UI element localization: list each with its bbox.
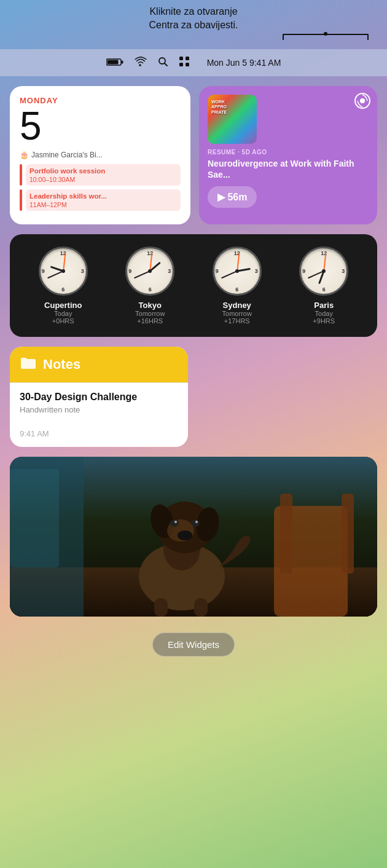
calendar-event-1: Portfolio work session 10:00–10:30AM bbox=[20, 164, 181, 186]
event-title-1: Portfolio work session bbox=[29, 167, 177, 176]
tooltip-line1: Kliknite za otvaranje bbox=[0, 5, 387, 18]
svg-rect-6 bbox=[186, 57, 189, 60]
svg-line-4 bbox=[165, 63, 167, 66]
event-bar-2 bbox=[20, 189, 22, 211]
svg-point-25 bbox=[174, 521, 177, 523]
clock-face-paris: 12 3 6 9 bbox=[299, 247, 348, 296]
birthday-name: Jasmine Garcia's Bi... bbox=[31, 151, 103, 159]
clock-offset-cupertino: +0HRS bbox=[44, 317, 82, 325]
clock-day-sydney: Tomorrow bbox=[222, 310, 252, 317]
svg-rect-7 bbox=[179, 63, 183, 66]
svg-rect-2 bbox=[121, 60, 123, 63]
clock-offset-sydney: +17HRS bbox=[222, 317, 252, 325]
podcast-title: Neurodivergence at Work with Faith Sae..… bbox=[208, 158, 369, 180]
tooltip-dot bbox=[324, 32, 327, 36]
clock-city-tokyo: Tokyo bbox=[135, 301, 165, 310]
event-bar-1 bbox=[20, 164, 22, 186]
clock-sydney: 12 3 6 9 Sydney Tomorrow +17HRS bbox=[213, 247, 262, 325]
clock-center-sydney bbox=[235, 269, 239, 273]
svg-point-24 bbox=[191, 519, 200, 527]
search-icon[interactable] bbox=[158, 57, 168, 69]
notes-note-time: 9:41 AM bbox=[20, 429, 178, 438]
clock-face-tokyo: 12 3 6 9 bbox=[125, 247, 174, 296]
calendar-event-2: Leadership skills wor... 11AM–12PM bbox=[20, 189, 181, 211]
content-area: MONDAY 5 🎂 Jasmine Garcia's Bi... Portfo… bbox=[0, 76, 387, 673]
clock-center-paris bbox=[322, 269, 326, 273]
tooltip-area: Kliknite za otvaranje Centra za obavijes… bbox=[0, 0, 387, 42]
tooltip-bracket bbox=[283, 34, 369, 40]
svg-point-26 bbox=[195, 521, 198, 523]
clock-city-cupertino: Cupertino bbox=[44, 301, 82, 310]
event-title-2: Leadership skills wor... bbox=[29, 192, 177, 201]
edit-widgets-button[interactable]: Edit Widgets bbox=[152, 633, 235, 657]
clock-center-tokyo bbox=[148, 269, 152, 273]
menu-bar: Mon Jun 5 9:41 AM bbox=[0, 49, 387, 76]
event-bg-1: Portfolio work session 10:00–10:30AM bbox=[26, 164, 181, 186]
svg-rect-1 bbox=[107, 60, 118, 64]
podcast-widget[interactable]: WORKAPPROPRIATE RESUME · 5D AGO Neurodiv… bbox=[199, 86, 377, 224]
event-time-2: 11AM–12PM bbox=[29, 201, 177, 208]
svg-rect-30 bbox=[10, 469, 59, 567]
svg-rect-27 bbox=[154, 598, 168, 617]
clock-label-sydney: Sydney Tomorrow +17HRS bbox=[222, 301, 252, 325]
svg-rect-8 bbox=[186, 63, 189, 66]
clock-label-paris: Paris Today +9HRS bbox=[313, 301, 335, 325]
notes-title: Notes bbox=[43, 357, 80, 373]
notes-folder-icon bbox=[20, 355, 37, 374]
clock-widget[interactable]: 12 3 6 9 Cupertino Today +0HRS 12 bbox=[10, 234, 377, 337]
clock-offset-tokyo: +16HRS bbox=[135, 317, 165, 325]
clock-day-tokyo: Tomorrow bbox=[135, 310, 165, 317]
clock-face-cupertino: 12 3 6 9 bbox=[39, 247, 88, 296]
clock-city-sydney: Sydney bbox=[222, 301, 252, 310]
notes-widget[interactable]: Notes 30-Day Design Challenge Handwritte… bbox=[10, 347, 188, 447]
calendar-widget[interactable]: MONDAY 5 🎂 Jasmine Garcia's Bi... Portfo… bbox=[10, 86, 190, 224]
menu-bar-datetime: Mon Jun 5 9:41 AM bbox=[207, 58, 281, 68]
menu-bar-icons: Mon Jun 5 9:41 AM bbox=[106, 56, 281, 70]
clock-city-paris: Paris bbox=[313, 301, 335, 310]
podcast-artwork: WORKAPPROPRIATE bbox=[208, 95, 257, 144]
svg-rect-5 bbox=[179, 57, 183, 60]
calendar-birthday: 🎂 Jasmine Garcia's Bi... bbox=[20, 151, 181, 159]
svg-rect-28 bbox=[194, 598, 208, 617]
edit-widgets-container: Edit Widgets bbox=[10, 626, 377, 663]
notes-note-subtitle: Handwritten note bbox=[20, 405, 178, 414]
clock-day-paris: Today bbox=[313, 310, 335, 317]
svg-point-23 bbox=[170, 519, 179, 527]
clock-offset-paris: +9HRS bbox=[313, 317, 335, 325]
battery-icon[interactable] bbox=[106, 57, 123, 69]
control-center-icon[interactable] bbox=[179, 56, 190, 70]
svg-point-22 bbox=[178, 531, 192, 540]
clock-tokyo: 12 3 6 9 Tokyo Tomorrow +16HRS bbox=[125, 247, 174, 325]
photo-placeholder bbox=[10, 457, 377, 617]
notes-body: 30-Day Design Challenge Handwritten note… bbox=[10, 382, 188, 447]
svg-point-10 bbox=[360, 98, 365, 103]
podcasts-icon bbox=[354, 92, 371, 113]
calendar-day-label: MONDAY bbox=[20, 96, 181, 105]
wifi-icon[interactable] bbox=[135, 57, 147, 69]
photo-widget[interactable] bbox=[10, 457, 377, 617]
clock-center-cupertino bbox=[61, 269, 65, 273]
podcast-play-button[interactable]: ▶ 56m bbox=[208, 186, 257, 208]
clock-cupertino: 12 3 6 9 Cupertino Today +0HRS bbox=[39, 247, 88, 325]
birthday-icon: 🎂 bbox=[20, 151, 29, 159]
clock-day-cupertino: Today bbox=[44, 310, 82, 317]
podcast-resume-label: RESUME · 5D AGO bbox=[208, 149, 369, 156]
tooltip-line2: Centra za obavijesti. bbox=[0, 18, 387, 32]
notes-note-title: 30-Day Design Challenge bbox=[20, 392, 178, 403]
event-time-1: 10:00–10:30AM bbox=[29, 176, 177, 183]
calendar-date: 5 bbox=[20, 106, 181, 146]
clock-face-sydney: 12 3 6 9 bbox=[213, 247, 262, 296]
notes-header: Notes bbox=[10, 347, 188, 382]
widgets-row-1: MONDAY 5 🎂 Jasmine Garcia's Bi... Portfo… bbox=[10, 86, 377, 224]
event-bg-2: Leadership skills wor... 11AM–12PM bbox=[26, 189, 181, 211]
svg-rect-14 bbox=[280, 494, 292, 574]
clock-label-tokyo: Tokyo Tomorrow +16HRS bbox=[135, 301, 165, 325]
clock-paris: 12 3 6 9 Paris Today +9HRS bbox=[299, 247, 348, 325]
svg-rect-15 bbox=[342, 494, 354, 574]
clock-label-cupertino: Cupertino Today +0HRS bbox=[44, 301, 82, 325]
